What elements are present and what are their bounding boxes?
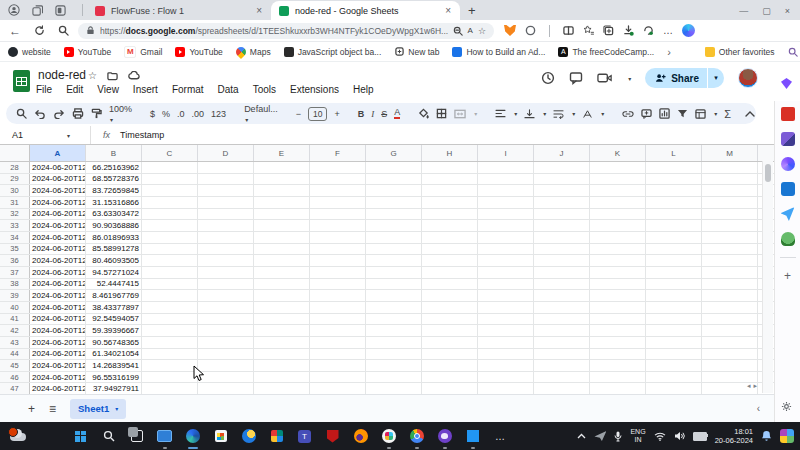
select-all-corner[interactable] (0, 145, 30, 161)
cell-timestamp[interactable]: 2024-06-20T12:2 (30, 302, 86, 313)
language-indicator[interactable]: ENGIN (630, 428, 645, 444)
copilot-icon[interactable] (682, 24, 695, 37)
slack-icon[interactable] (380, 428, 397, 445)
cell-timestamp[interactable]: 2024-06-20T12:2 (30, 279, 86, 290)
italic-button[interactable]: I (371, 109, 374, 119)
row-header[interactable]: 40 (0, 302, 30, 313)
downloads-icon[interactable] (623, 25, 634, 36)
microsoft-store-icon[interactable] (212, 428, 229, 445)
column-header[interactable]: G (366, 145, 422, 161)
empty-cells[interactable] (142, 267, 774, 278)
user-avatar[interactable] (738, 68, 758, 88)
insert-link-icon[interactable] (622, 110, 634, 118)
more-formats-button[interactable]: 123 (211, 109, 226, 119)
name-box[interactable]: A1 ▾ (0, 130, 78, 140)
sheet-tab-caret-icon[interactable]: ▾ (115, 405, 118, 412)
taskbar-overflow-icon[interactable]: … (492, 428, 509, 445)
formula-input[interactable]: Timestamp (120, 130, 164, 140)
column-header[interactable]: M (702, 145, 758, 161)
github-desktop-icon[interactable] (436, 428, 453, 445)
collections-icon[interactable] (603, 25, 614, 36)
cell-timestamp[interactable]: 2024-06-20T12:2 (30, 255, 86, 266)
workspaces-icon[interactable] (32, 5, 43, 16)
video-call-icon[interactable] (597, 72, 613, 84)
cell-value[interactable]: 68.55728376 (86, 174, 142, 185)
split-screen-icon[interactable] (563, 25, 574, 36)
task-view-icon[interactable] (128, 428, 145, 445)
menu-item[interactable]: Help (353, 84, 374, 95)
cell-timestamp[interactable]: 2024-06-20T12:2 (30, 349, 86, 360)
column-header[interactable]: B (86, 145, 142, 161)
gem-icon[interactable] (781, 78, 792, 89)
row-header[interactable]: 46 (0, 372, 30, 383)
toolbar-search-icon[interactable] (16, 108, 27, 119)
search-icon[interactable] (54, 25, 72, 36)
comments-icon[interactable] (569, 71, 583, 85)
row-header[interactable]: 42 (0, 325, 30, 336)
cell-timestamp[interactable]: 2024-06-20T12:2 (30, 314, 86, 325)
filter-icon[interactable] (677, 109, 688, 119)
profile-icon[interactable] (8, 4, 20, 16)
empty-cells[interactable] (142, 372, 774, 383)
settings-gear-icon[interactable] (781, 401, 792, 414)
menu-item[interactable]: Data (218, 84, 239, 95)
speaker-icon[interactable] (674, 431, 685, 441)
row-header[interactable]: 31 (0, 197, 30, 208)
get-addons-icon[interactable]: + (784, 269, 791, 283)
row-header[interactable]: 29 (0, 174, 30, 185)
widgets-corner-icon[interactable] (780, 429, 794, 443)
borders-icon[interactable] (436, 108, 447, 119)
taskbar-search-icon[interactable] (100, 428, 117, 445)
row-header[interactable]: 38 (0, 279, 30, 290)
vertical-align-caret-icon[interactable]: ▾ (543, 110, 546, 117)
print-icon[interactable] (72, 108, 84, 119)
font-size-input[interactable]: 10 (308, 107, 327, 121)
meet-icon[interactable] (268, 428, 285, 445)
menu-item[interactable]: View (97, 84, 119, 95)
empty-cells[interactable] (142, 279, 774, 290)
paint-format-icon[interactable] (91, 108, 102, 119)
teams-icon[interactable]: T (296, 428, 313, 445)
text-wrap-caret-icon[interactable]: ▾ (572, 110, 575, 117)
cell-value[interactable]: 37.94927911 (86, 383, 142, 394)
bookmark-freecodecamp[interactable]: A The freeCodeCamp... (558, 47, 654, 57)
empty-cells[interactable] (142, 360, 774, 371)
share-button[interactable]: Share (645, 68, 707, 88)
all-sheets-icon[interactable]: ≡ (49, 402, 56, 416)
increase-font-size-button[interactable]: + (334, 109, 339, 119)
bold-button[interactable]: B (358, 109, 365, 119)
google-sheets-logo[interactable] (13, 70, 30, 92)
cell-value[interactable]: 85.58991278 (86, 244, 142, 255)
bookmark-new-tab[interactable]: New tab (394, 47, 439, 57)
cell-value[interactable]: 90.90368886 (86, 220, 142, 231)
bookmark-youtube-2[interactable]: YouTube (175, 47, 222, 57)
menu-item[interactable]: Edit (66, 84, 83, 95)
menu-item[interactable]: Insert (133, 84, 158, 95)
horizontal-align-caret-icon[interactable]: ▾ (514, 110, 517, 117)
battery-icon[interactable] (693, 432, 707, 441)
back-icon[interactable]: ← (6, 24, 24, 38)
notifications-bell-icon[interactable] (761, 430, 772, 442)
tab-actions-icon[interactable] (55, 5, 66, 16)
cell-timestamp[interactable]: 2024-06-20T12:2 (30, 232, 86, 243)
horizontal-scroll-arrows[interactable]: ◂▸ (747, 382, 760, 390)
cell-value[interactable]: 52.4447415 (86, 279, 142, 290)
filter-views-caret-icon[interactable]: ▾ (714, 110, 717, 117)
row-header[interactable]: 33 (0, 220, 30, 231)
column-header[interactable]: L (646, 145, 702, 161)
cell-timestamp[interactable]: 2024-06-20T12:2 (30, 185, 86, 196)
cell-timestamp[interactable]: 2024-06-20T12:2 (30, 209, 86, 220)
decrease-decimals-button[interactable]: .0 (177, 109, 185, 119)
cell-value[interactable]: 8.461967769 (86, 290, 142, 301)
fill-color-icon[interactable] (418, 108, 429, 119)
cloud-status-icon[interactable] (128, 70, 140, 81)
empty-cells[interactable] (142, 232, 774, 243)
addon-telegram-icon[interactable] (781, 207, 795, 221)
cell-value[interactable]: 14.26839541 (86, 360, 142, 371)
column-header[interactable]: J (534, 145, 590, 161)
favorites-icon[interactable] (583, 25, 594, 36)
empty-cells[interactable] (142, 383, 774, 394)
cell-timestamp[interactable]: 2024-06-20T12:2 (30, 372, 86, 383)
name-box-caret-icon[interactable]: ▾ (67, 132, 70, 139)
onedrive-paused-icon[interactable] (594, 431, 606, 441)
